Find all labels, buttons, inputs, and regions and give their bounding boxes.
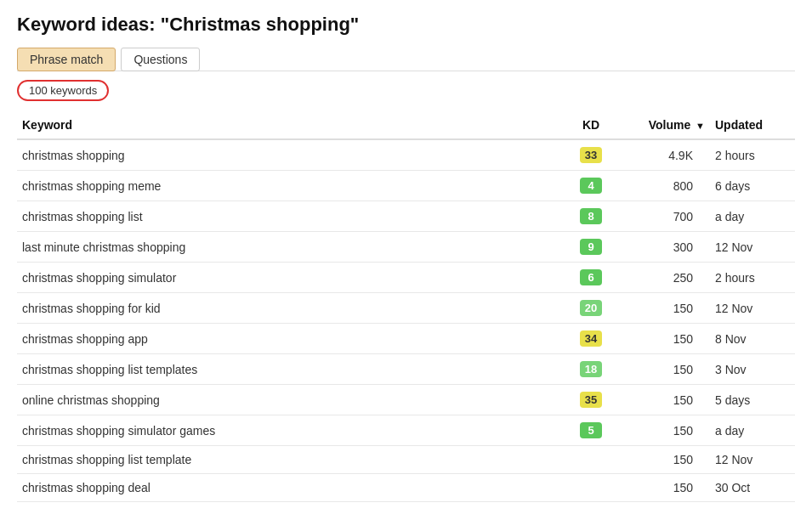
cell-keyword: last minute christmas shopping xyxy=(17,232,557,263)
cell-kd: 8 xyxy=(557,201,625,232)
cell-volume: 150 xyxy=(625,385,710,415)
page-title: Keyword ideas: "Christmas shopping" xyxy=(17,14,795,36)
cell-kd: 5 xyxy=(557,415,625,446)
cell-updated: 8 Nov xyxy=(710,324,795,354)
cell-keyword: christmas shopping list templates xyxy=(17,354,557,385)
keywords-badge: 100 keywords xyxy=(17,80,109,101)
cell-updated: 2 hours xyxy=(710,263,795,293)
cell-updated: 3 Nov xyxy=(710,354,795,385)
cell-keyword: christmas shopping meme xyxy=(17,171,557,201)
cell-volume: 300 xyxy=(625,232,710,263)
cell-updated: 12 Nov xyxy=(710,232,795,263)
column-header-updated: Updated xyxy=(710,111,795,139)
cell-updated: 5 days xyxy=(710,385,795,415)
cell-updated: a day xyxy=(710,201,795,232)
table-row: christmas shopping simulator62502 hours xyxy=(17,263,795,293)
cell-keyword: online christmas shopping xyxy=(17,385,557,415)
cell-volume: 4.9K xyxy=(625,139,710,171)
cell-volume: 150 xyxy=(625,415,710,446)
sort-arrow-icon: ▼ xyxy=(696,121,705,131)
cell-keyword: christmas shopping list template xyxy=(17,446,557,474)
table-row: last minute christmas shopping930012 Nov xyxy=(17,232,795,263)
cell-volume: 250 xyxy=(625,263,710,293)
table-row: christmas shopping for kid2015012 Nov xyxy=(17,293,795,324)
table-header-row: Keyword KD Volume ▼ Updated xyxy=(17,111,795,139)
cell-volume: 150 xyxy=(625,324,710,354)
cell-kd: 4 xyxy=(557,171,625,201)
cell-keyword: christmas shopping for kid xyxy=(17,293,557,324)
table-row: christmas shopping334.9K2 hours xyxy=(17,139,795,171)
cell-updated: 2 hours xyxy=(710,139,795,171)
cell-kd: 20 xyxy=(557,293,625,324)
cell-keyword: christmas shopping simulator games xyxy=(17,415,557,446)
table-row: christmas shopping list templates181503 … xyxy=(17,354,795,385)
table-row: online christmas shopping351505 days xyxy=(17,385,795,415)
cell-kd xyxy=(557,474,625,502)
cell-kd: 6 xyxy=(557,263,625,293)
cell-kd xyxy=(557,446,625,474)
cell-updated: 12 Nov xyxy=(710,293,795,324)
cell-keyword: christmas shopping list xyxy=(17,201,557,232)
cell-volume: 150 xyxy=(625,293,710,324)
cell-kd: 33 xyxy=(557,139,625,171)
cell-keyword: christmas shopping simulator xyxy=(17,263,557,293)
tab-phrase-match[interactable]: Phrase match xyxy=(17,48,116,71)
column-header-kd: KD xyxy=(557,111,625,139)
cell-updated: a day xyxy=(710,415,795,446)
column-header-volume[interactable]: Volume ▼ xyxy=(625,111,710,139)
table-row: christmas shopping meme48006 days xyxy=(17,171,795,201)
cell-volume: 150 xyxy=(625,446,710,474)
tab-questions[interactable]: Questions xyxy=(121,48,200,71)
column-header-keyword: Keyword xyxy=(17,111,557,139)
cell-kd: 18 xyxy=(557,354,625,385)
tabs-row: Phrase match Questions xyxy=(17,48,795,71)
keywords-table: Keyword KD Volume ▼ Updated christmas sh… xyxy=(17,111,795,502)
table-container: Keyword KD Volume ▼ Updated christmas sh… xyxy=(17,111,795,502)
cell-kd: 35 xyxy=(557,385,625,415)
cell-keyword: christmas shopping xyxy=(17,139,557,171)
cell-keyword: christmas shopping deal xyxy=(17,474,557,502)
table-row: christmas shopping list8700a day xyxy=(17,201,795,232)
cell-updated: 30 Oct xyxy=(710,474,795,502)
cell-volume: 150 xyxy=(625,474,710,502)
cell-updated: 6 days xyxy=(710,171,795,201)
cell-volume: 800 xyxy=(625,171,710,201)
cell-volume: 700 xyxy=(625,201,710,232)
cell-volume: 150 xyxy=(625,354,710,385)
cell-updated: 12 Nov xyxy=(710,446,795,474)
cell-keyword: christmas shopping app xyxy=(17,324,557,354)
page-container: Keyword ideas: "Christmas shopping" Phra… xyxy=(0,0,812,531)
table-row: christmas shopping deal15030 Oct xyxy=(17,474,795,502)
cell-kd: 9 xyxy=(557,232,625,263)
table-row: christmas shopping app341508 Nov xyxy=(17,324,795,354)
table-row: christmas shopping list template15012 No… xyxy=(17,446,795,474)
keywords-badge-row: 100 keywords xyxy=(17,80,795,101)
cell-kd: 34 xyxy=(557,324,625,354)
table-row: christmas shopping simulator games5150a … xyxy=(17,415,795,446)
